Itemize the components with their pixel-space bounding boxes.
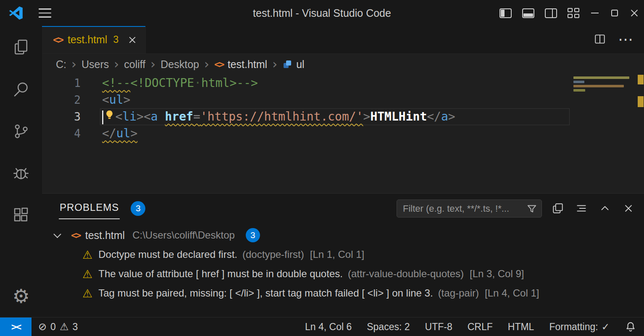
line-number[interactable]: 3 bbox=[42, 110, 81, 123]
minimap-line bbox=[573, 76, 629, 79]
code-token: >< bbox=[137, 110, 151, 123]
activity-extensions-button[interactable] bbox=[0, 194, 42, 236]
breadcrumb-item-desktop[interactable]: Desktop bbox=[160, 58, 199, 71]
code-token: <!DOCTYPE bbox=[130, 76, 194, 90]
code-line[interactable]: 2<ul> bbox=[42, 92, 644, 108]
lightbulb-icon[interactable] bbox=[104, 108, 115, 125]
breadcrumb-item-users[interactable]: Users bbox=[81, 58, 109, 71]
tab-problems[interactable]: PROBLEMS 3 bbox=[59, 197, 145, 219]
gear-icon: ⚙ bbox=[12, 286, 29, 306]
problems-count-badge: 3 bbox=[131, 201, 145, 216]
status-cursor-position[interactable]: Ln 4, Col 6 bbox=[305, 321, 352, 333]
close-icon bbox=[624, 204, 633, 213]
code-token: > bbox=[363, 110, 371, 123]
chevron-right-icon: › bbox=[150, 58, 155, 71]
view-mode-button[interactable] bbox=[574, 201, 589, 215]
code-line[interactable]: 1<!--<!DOCTYPE·html>--> bbox=[42, 75, 644, 92]
activity-source-control-button[interactable] bbox=[0, 110, 42, 152]
layout-grid-icon bbox=[568, 8, 579, 18]
problem-rule: (tag-pair) bbox=[438, 287, 479, 299]
source-control-icon bbox=[13, 123, 29, 139]
activity-settings-button[interactable]: ⚙ bbox=[0, 275, 42, 317]
activity-explorer-button[interactable] bbox=[0, 26, 42, 68]
problem-item[interactable]: ⚠ The value of attribute [ href ] must b… bbox=[42, 264, 644, 284]
code-token: ul bbox=[116, 126, 131, 140]
toggle-secondary-sidebar-button[interactable] bbox=[539, 0, 562, 26]
customize-layout-button[interactable] bbox=[562, 0, 585, 26]
problem-message: The value of attribute [ href ] must be … bbox=[98, 268, 343, 280]
warning-mark bbox=[638, 75, 644, 84]
bell-icon bbox=[625, 321, 636, 333]
problem-location: [Ln 4, Col 1] bbox=[485, 287, 539, 299]
code-editor[interactable]: 1<!--<!DOCTYPE·html>-->2<ul>3<li><a href… bbox=[42, 75, 644, 193]
debug-bug-icon bbox=[13, 165, 29, 181]
maximize-button[interactable] bbox=[605, 0, 624, 26]
maximize-icon bbox=[611, 10, 618, 16]
breadcrumb-item-coliff[interactable]: coliff bbox=[124, 58, 145, 71]
breadcrumb-item-file[interactable]: test.html bbox=[228, 58, 267, 71]
breadcrumb-item-symbol[interactable]: ul bbox=[296, 58, 304, 71]
problem-message: Doctype must be declared first. bbox=[98, 249, 237, 260]
minimize-button[interactable] bbox=[585, 0, 605, 26]
status-problems[interactable]: ⊘ 0 ⚠ 3 bbox=[38, 321, 78, 333]
line-number[interactable]: 4 bbox=[42, 127, 81, 140]
problems-file-row[interactable]: <> test.html C:\Users\coliff\Desktop 3 bbox=[42, 226, 644, 245]
split-editor-button[interactable] bbox=[594, 33, 606, 47]
remote-indicator[interactable]: >< bbox=[0, 318, 32, 336]
code-token: </ bbox=[427, 110, 441, 123]
warning-icon: ⚠ bbox=[82, 268, 92, 281]
problem-item[interactable]: ⚠ Tag must be paired, missing: [ </li> ]… bbox=[42, 284, 644, 303]
html-file-icon: <> bbox=[214, 59, 223, 70]
code-token: ul bbox=[109, 93, 124, 107]
chevron-down-icon[interactable] bbox=[53, 230, 61, 238]
problem-rule: (doctype-first) bbox=[242, 249, 304, 260]
line-content: <ul> bbox=[81, 92, 130, 108]
minimap[interactable] bbox=[573, 76, 631, 152]
problem-location: [Ln 1, Col 1] bbox=[310, 249, 364, 260]
code-token: < bbox=[102, 93, 109, 107]
toggle-panel-button[interactable] bbox=[517, 0, 539, 26]
notifications-bell-button[interactable] bbox=[625, 321, 636, 333]
status-formatting[interactable]: Formatting: ✓ bbox=[549, 321, 610, 333]
tab-label: test.html bbox=[68, 34, 107, 46]
code-token: > bbox=[448, 110, 455, 123]
breadcrumb-item-drive[interactable]: C: bbox=[56, 58, 66, 71]
collapse-all-button[interactable] bbox=[551, 201, 565, 215]
activity-run-debug-button[interactable] bbox=[0, 152, 42, 194]
close-window-button[interactable] bbox=[624, 0, 644, 26]
code-line[interactable]: 4</ul> bbox=[42, 125, 644, 142]
close-tab-button[interactable] bbox=[128, 35, 137, 45]
minimap-line bbox=[573, 89, 585, 92]
line-content: </ul> bbox=[81, 125, 137, 142]
editor-actions: ⋯ bbox=[594, 26, 633, 53]
status-indentation[interactable]: Spaces: 2 bbox=[367, 321, 410, 333]
split-editor-icon bbox=[594, 33, 606, 45]
minimize-icon bbox=[591, 13, 599, 13]
activity-search-button[interactable] bbox=[0, 68, 42, 110]
code-line[interactable]: 3<li><a href='https://htmlhint.com/'>HTM… bbox=[42, 108, 644, 125]
toggle-sidebar-button[interactable] bbox=[494, 0, 517, 26]
activity-bar: ⚙ bbox=[0, 26, 42, 317]
editor-group: <> test.html 3 ⋯ C: › Users › coliff › D… bbox=[42, 26, 644, 317]
status-language[interactable]: HTML bbox=[508, 321, 534, 333]
chevron-right-icon: › bbox=[71, 58, 76, 71]
minimap-line bbox=[573, 81, 584, 83]
line-number[interactable]: 2 bbox=[42, 94, 81, 106]
status-eol[interactable]: CRLF bbox=[468, 321, 493, 333]
chevron-right-icon: › bbox=[272, 58, 277, 71]
menu-icon[interactable] bbox=[39, 8, 51, 18]
chevron-right-icon: › bbox=[114, 58, 119, 71]
line-number[interactable]: 1 bbox=[42, 77, 81, 89]
more-actions-button[interactable]: ⋯ bbox=[618, 37, 633, 42]
filter-input[interactable] bbox=[403, 203, 526, 214]
maximize-panel-button[interactable] bbox=[598, 201, 612, 215]
problem-item[interactable]: ⚠ Doctype must be declared first. (docty… bbox=[42, 245, 644, 264]
close-icon bbox=[128, 35, 137, 45]
close-panel-button[interactable] bbox=[621, 201, 636, 215]
warning-icon: ⚠ bbox=[60, 321, 69, 333]
panel-header: PROBLEMS 3 bbox=[42, 194, 644, 223]
problems-list: <> test.html C:\Users\coliff\Desktop 3 ⚠… bbox=[42, 223, 644, 303]
status-encoding[interactable]: UTF-8 bbox=[425, 321, 452, 333]
tab-test-html[interactable]: <> test.html 3 bbox=[42, 26, 146, 53]
status-right: Ln 4, Col 6 Spaces: 2 UTF-8 CRLF HTML Fo… bbox=[305, 321, 644, 333]
